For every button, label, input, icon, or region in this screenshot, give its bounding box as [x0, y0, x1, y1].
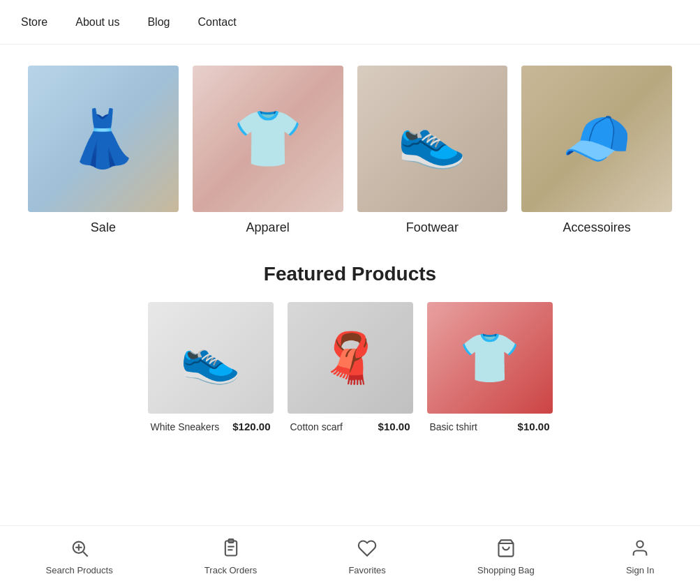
category-figure-accessoires: 🧢: [521, 66, 672, 212]
product-name-2: Basic tshirt: [430, 421, 477, 432]
category-figure-apparel: 👕: [193, 66, 343, 212]
bottom-nav-search-products[interactable]: Search Products: [46, 538, 113, 575]
user-icon: [630, 538, 650, 561]
product-info-0: White Sneakers$120.00: [148, 421, 274, 432]
categories-grid: 👗Sale👕Apparel👟Footwear🧢Accessoires: [0, 45, 700, 256]
bottom-nav-label-track-orders: Track Orders: [204, 565, 257, 575]
product-info-2: Basic tshirt$10.00: [427, 421, 553, 432]
nav-store[interactable]: Store: [21, 16, 47, 29]
category-img-accessoires: 🧢: [521, 66, 672, 212]
bag-icon: [496, 538, 516, 561]
featured-title: Featured Products: [28, 263, 672, 285]
category-figure-footwear: 👟: [357, 66, 508, 212]
svg-point-9: [636, 541, 643, 548]
nav-contact[interactable]: Contact: [198, 16, 236, 29]
product-card-1[interactable]: 🧣Cotton scarf$10.00: [288, 302, 413, 432]
product-emoji-1: 🧣: [320, 329, 380, 386]
category-label-apparel: Apparel: [246, 220, 290, 235]
product-price-2: $10.00: [518, 421, 550, 432]
bottom-nav-label-search-products: Search Products: [46, 565, 113, 575]
search-icon: [70, 538, 89, 561]
category-img-footwear: 👟: [357, 66, 508, 212]
category-label-footwear: Footwear: [406, 220, 459, 235]
category-img-sale: 👗: [28, 66, 179, 212]
featured-section: Featured Products 👟White Sneakers$120.00…: [0, 256, 700, 460]
nav-blog[interactable]: Blog: [147, 16, 170, 29]
category-apparel[interactable]: 👕Apparel: [193, 66, 343, 235]
bottom-nav-sign-in[interactable]: Sign In: [626, 538, 654, 575]
product-card-2[interactable]: 👕Basic tshirt$10.00: [427, 302, 553, 432]
category-label-accessoires: Accessoires: [563, 220, 631, 235]
products-grid: 👟White Sneakers$120.00🧣Cotton scarf$10.0…: [28, 302, 672, 432]
bottom-nav-label-shopping-bag: Shopping Bag: [477, 565, 535, 575]
category-label-sale: Sale: [91, 220, 116, 235]
product-price-0: $120.00: [232, 421, 270, 432]
product-name-0: White Sneakers: [151, 421, 220, 432]
product-img-2: 👕: [427, 302, 553, 414]
category-img-apparel: 👕: [193, 66, 343, 212]
category-sale[interactable]: 👗Sale: [28, 66, 179, 235]
product-emoji-2: 👕: [459, 329, 520, 386]
clipboard-icon: [221, 538, 241, 561]
product-info-1: Cotton scarf$10.00: [288, 421, 413, 432]
product-price-1: $10.00: [378, 421, 410, 432]
bottom-nav-track-orders[interactable]: Track Orders: [204, 538, 257, 575]
category-footwear[interactable]: 👟Footwear: [357, 66, 508, 235]
bottom-nav-favorites[interactable]: Favorites: [348, 538, 385, 575]
bottom-nav: Search ProductsTrack OrdersFavoritesShop…: [0, 525, 700, 588]
category-accessoires[interactable]: 🧢Accessoires: [521, 66, 672, 235]
bottom-nav-shopping-bag[interactable]: Shopping Bag: [477, 538, 535, 575]
bottom-nav-label-sign-in: Sign In: [626, 565, 654, 575]
nav-about-us[interactable]: About us: [75, 16, 119, 29]
bottom-nav-label-favorites: Favorites: [348, 565, 385, 575]
category-figure-sale: 👗: [28, 66, 179, 212]
product-card-0[interactable]: 👟White Sneakers$120.00: [148, 302, 274, 432]
heart-icon: [357, 538, 377, 561]
svg-line-1: [83, 552, 87, 556]
product-name-1: Cotton scarf: [290, 421, 343, 432]
product-img-0: 👟: [148, 302, 274, 414]
product-emoji-0: 👟: [180, 329, 241, 386]
main-nav: Store About us Blog Contact: [0, 0, 700, 45]
product-img-1: 🧣: [288, 302, 413, 414]
